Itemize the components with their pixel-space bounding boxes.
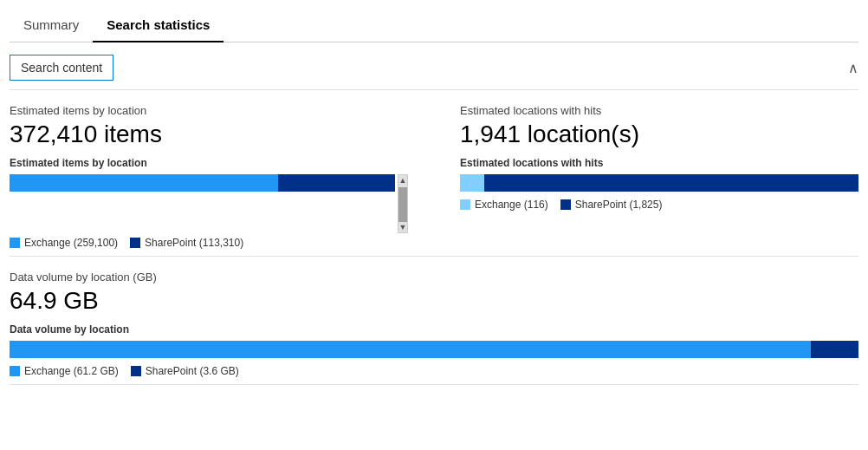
bottom-divider xyxy=(10,384,858,385)
items-sharepoint-label: SharePoint (113,310) xyxy=(145,237,243,249)
locations-label: Estimated locations with hits xyxy=(460,104,858,117)
items-exchange-dot xyxy=(10,238,20,248)
section-header: Search content ∧ xyxy=(10,42,858,90)
scroll-down-icon[interactable]: ▼ xyxy=(398,222,407,232)
volume-label: Data volume by location (GB) xyxy=(10,271,858,284)
tab-search-statistics[interactable]: Search statistics xyxy=(93,9,223,42)
volume-sharepoint-label: SharePoint (3.6 GB) xyxy=(146,365,239,377)
items-sharepoint-bar xyxy=(278,174,395,192)
volume-sharepoint-dot xyxy=(131,366,141,376)
items-value: 372,410 items xyxy=(10,121,408,148)
collapse-icon[interactable]: ∧ xyxy=(848,60,858,76)
volume-exchange-legend: Exchange (61.2 GB) xyxy=(10,365,119,377)
tab-summary[interactable]: Summary xyxy=(10,9,93,42)
locations-legend: Exchange (116) SharePoint (1,825) xyxy=(460,199,858,211)
locations-with-hits-col: Estimated locations with hits 1,941 loca… xyxy=(434,104,858,249)
locations-exchange-bar xyxy=(460,174,484,192)
items-by-location-col: Estimated items by location 372,410 item… xyxy=(10,104,434,249)
scroll-up-icon[interactable]: ▲ xyxy=(398,175,407,186)
volume-sharepoint-legend: SharePoint (3.6 GB) xyxy=(131,365,239,377)
volume-value: 64.9 GB xyxy=(10,287,858,315)
items-label: Estimated items by location xyxy=(10,104,408,117)
items-exchange-legend: Exchange (259,100) xyxy=(10,237,118,249)
volume-exchange-label: Exchange (61.2 GB) xyxy=(24,365,119,377)
items-sharepoint-dot xyxy=(130,238,140,248)
items-sharepoint-legend: SharePoint (113,310) xyxy=(130,237,243,249)
stats-row: Estimated items by location 372,410 item… xyxy=(10,90,858,257)
locations-chart-label: Estimated locations with hits xyxy=(460,157,858,169)
items-legend: Exchange (259,100) SharePoint (113,310) xyxy=(10,237,408,249)
locations-sharepoint-dot xyxy=(560,199,571,210)
locations-bar-track xyxy=(460,174,858,192)
volume-bar-container xyxy=(10,341,858,358)
locations-sharepoint-legend: SharePoint (1,825) xyxy=(560,199,663,211)
volume-exchange-dot xyxy=(10,366,20,376)
items-bar-wrapper: ▲ ▼ xyxy=(10,174,408,233)
volume-chart-label: Data volume by location xyxy=(10,323,858,336)
items-exchange-bar xyxy=(10,174,278,192)
items-exchange-label: Exchange (259,100) xyxy=(24,237,118,249)
search-content-button[interactable]: Search content xyxy=(10,55,113,81)
locations-exchange-legend: Exchange (116) xyxy=(460,199,548,211)
locations-exchange-label: Exchange (116) xyxy=(475,199,548,211)
volume-legend: Exchange (61.2 GB) SharePoint (3.6 GB) xyxy=(10,365,858,377)
locations-sharepoint-label: SharePoint (1,825) xyxy=(575,199,663,211)
locations-sharepoint-bar xyxy=(484,174,858,192)
items-bar-track xyxy=(10,174,395,192)
volume-sharepoint-bar xyxy=(811,341,858,358)
volume-exchange-bar xyxy=(10,341,811,358)
tab-bar: Summary Search statistics xyxy=(10,9,858,42)
items-bar-area xyxy=(10,174,395,233)
locations-exchange-dot xyxy=(460,199,470,210)
scroll-thumb[interactable] xyxy=(398,187,407,222)
items-chart-label: Estimated items by location xyxy=(10,157,408,169)
items-scrollbar[interactable]: ▲ ▼ xyxy=(398,174,408,233)
data-volume-section: Data volume by location (GB) 64.9 GB Dat… xyxy=(10,257,858,384)
volume-bar-track xyxy=(10,341,858,358)
locations-value: 1,941 location(s) xyxy=(460,121,858,148)
